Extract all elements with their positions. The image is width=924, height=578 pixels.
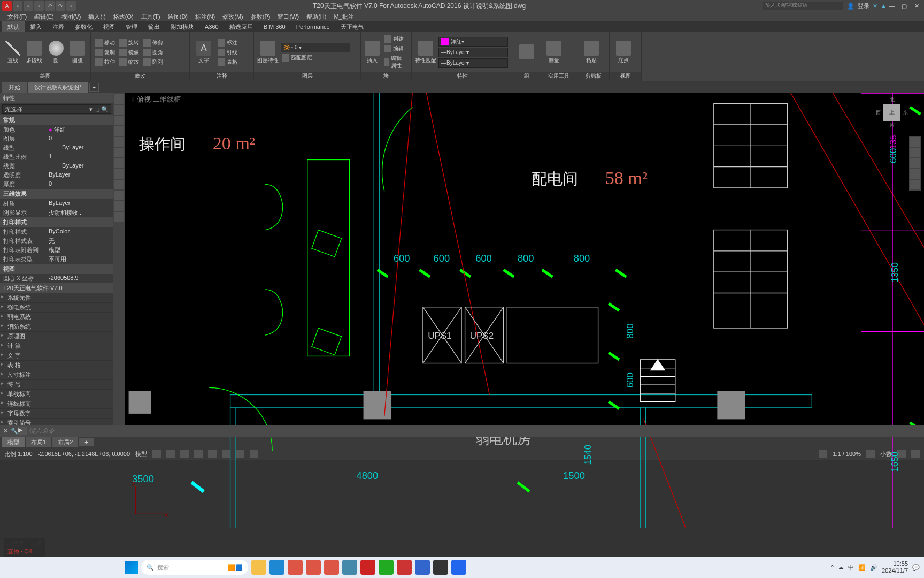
tab-layout2[interactable]: 布局2	[52, 437, 78, 447]
prop-psa[interactable]: 模型	[49, 246, 110, 254]
tree-item[interactable]: 字母数字	[0, 409, 113, 419]
app-autocad[interactable]	[360, 560, 375, 575]
app-red[interactable]	[397, 560, 412, 575]
tab-new[interactable]: +	[89, 83, 99, 92]
cmd-input[interactable]	[29, 427, 921, 435]
app-baidu[interactable]	[451, 560, 466, 575]
status-scale[interactable]: 比例 1:100	[4, 450, 33, 458]
line-button[interactable]: 直线	[3, 36, 22, 69]
nav-showmotion-icon[interactable]	[910, 180, 920, 189]
tool-icon[interactable]	[114, 148, 124, 157]
tree-item[interactable]: 符 号	[0, 380, 113, 390]
menu-view[interactable]: 视图(V)	[58, 12, 84, 21]
create-block[interactable]: 创建	[383, 35, 408, 43]
app-generic[interactable]	[342, 560, 357, 575]
tool-icon[interactable]	[114, 126, 124, 136]
prop-trans[interactable]: ByLayer	[49, 171, 110, 179]
color-dropdown[interactable]: 洋红 ▾	[438, 37, 508, 47]
tab-annotate[interactable]: 注释	[47, 21, 70, 32]
selection-dropdown[interactable]: 无选择▾ ⬚ 🔍	[2, 104, 111, 114]
tab-file[interactable]: 设计说明&系统图*	[28, 82, 88, 93]
help-search[interactable]: 输入关键字或短语	[763, 2, 843, 10]
text-button[interactable]: A文字	[193, 36, 214, 69]
tree-item[interactable]: 索引简号	[0, 419, 113, 425]
menu-draw[interactable]: 绘图(D)	[165, 12, 191, 21]
tool-icon[interactable]	[114, 212, 124, 222]
trim-button[interactable]: 修剪	[142, 39, 164, 47]
qat-undo[interactable]: ↶	[45, 1, 55, 11]
news-widget[interactable]: 尼克斯 - 老鹰 直播 · Q4	[4, 538, 45, 557]
start-button[interactable]	[125, 561, 138, 574]
tool-icon[interactable]	[114, 116, 124, 125]
group-button[interactable]	[517, 36, 536, 69]
menu-insert[interactable]: 插入(I)	[85, 12, 109, 21]
tray-volume-icon[interactable]: 🔊	[870, 564, 877, 571]
prop-lw[interactable]: —— ByLayer	[49, 162, 110, 170]
prop-ltscale[interactable]: 1	[49, 153, 110, 161]
insert-block-button[interactable]: 插入	[364, 36, 381, 69]
qat-print[interactable]: ▫	[66, 1, 76, 11]
layer-dropdown[interactable]: 🔆 ▫ 0 ▾	[281, 43, 350, 52]
edit-attr[interactable]: 编辑属性	[383, 54, 408, 70]
base-view-button[interactable]: 底点	[613, 36, 634, 69]
tool-icon[interactable]	[114, 105, 124, 115]
tab-output[interactable]: 输出	[143, 21, 165, 32]
tab-default[interactable]: 默认	[2, 21, 25, 32]
prop-pty[interactable]: 不可用	[49, 255, 110, 263]
viewcube[interactable]: 北 南 东 西 上	[876, 96, 908, 128]
exchange-icon[interactable]: ✕	[873, 3, 877, 10]
array-button[interactable]: 阵列	[142, 58, 164, 66]
tree-item[interactable]: 文 字	[0, 351, 113, 361]
qat-open[interactable]: ▫	[24, 1, 33, 11]
app-edge[interactable]	[270, 560, 284, 575]
circle-button[interactable]: 圆	[47, 36, 66, 69]
tab-featured[interactable]: 精选应用	[224, 21, 258, 32]
tool-icon[interactable]	[114, 158, 124, 168]
tab-bim360[interactable]: BIM 360	[258, 21, 291, 32]
tree-item[interactable]: 消防系统	[0, 322, 113, 332]
layer-props-button[interactable]: 图层特性	[257, 36, 279, 69]
pline-button[interactable]: 多段线	[25, 36, 44, 69]
a360-icon[interactable]: ▲	[881, 3, 887, 9]
app-wps2[interactable]	[306, 560, 321, 575]
menu-window[interactable]: 窗口(W)	[274, 12, 302, 21]
tree-item[interactable]: 连线标高	[0, 399, 113, 409]
menu-param[interactable]: 参数(P)	[248, 12, 274, 21]
lineweight-dropdown[interactable]: — ByLayer ▾	[438, 48, 508, 57]
prop-ps[interactable]: ByColor	[49, 228, 110, 236]
tool-icon[interactable]	[114, 169, 124, 179]
tool-icon[interactable]	[114, 137, 124, 147]
nav-orbit-icon[interactable]	[910, 169, 920, 179]
tray-clock[interactable]: 10:55 2024/11/7	[882, 560, 908, 574]
tree-item[interactable]: 计 算	[0, 341, 113, 351]
close-button[interactable]: ✕	[911, 3, 922, 10]
app-wechat[interactable]	[379, 560, 394, 575]
tool-icon[interactable]	[114, 180, 124, 189]
tab-perf[interactable]: Performance	[291, 21, 335, 32]
layer-match-button[interactable]: 匹配图层	[281, 54, 313, 62]
menu-modify[interactable]: 修改(M)	[219, 12, 247, 21]
app-wps1[interactable]	[288, 560, 303, 575]
taskbar-search[interactable]: 🔍 搜索 🟧🟦	[141, 560, 248, 575]
app-blue[interactable]	[415, 560, 430, 575]
stretch-button[interactable]: 拉伸	[94, 58, 116, 66]
tray-wifi-icon[interactable]: 📶	[858, 564, 866, 571]
command-tree[interactable]: 系统元件强电系统弱电系统消防系统原理图计 算文 字表 格尺寸标注符 号单线标高连…	[0, 293, 113, 425]
nav-zoom-icon[interactable]	[910, 158, 920, 168]
qat-save[interactable]: ▫	[34, 1, 44, 11]
tool-icon[interactable]	[114, 201, 124, 211]
tab-view[interactable]: 视图	[98, 21, 120, 32]
mirror-button[interactable]: 镜像	[118, 48, 140, 57]
app-qq[interactable]	[433, 560, 448, 575]
menu-edit[interactable]: 编辑(E)	[31, 12, 57, 21]
prop-linetype[interactable]: —— ByLayer	[49, 144, 110, 152]
dim-button[interactable]: 标注	[217, 39, 238, 47]
qat-redo[interactable]: ↷	[56, 1, 65, 11]
tray-chevron-icon[interactable]: ^	[831, 564, 834, 571]
edit-block[interactable]: 编辑	[383, 44, 408, 53]
match-props-button[interactable]: 特性匹配	[415, 36, 436, 69]
prop-shadow[interactable]: 投射和接收...	[49, 209, 110, 217]
tree-item[interactable]: 强电系统	[0, 303, 113, 313]
minimize-button[interactable]: —	[887, 3, 897, 9]
cmd-close-icon[interactable]: ✕	[3, 428, 11, 435]
